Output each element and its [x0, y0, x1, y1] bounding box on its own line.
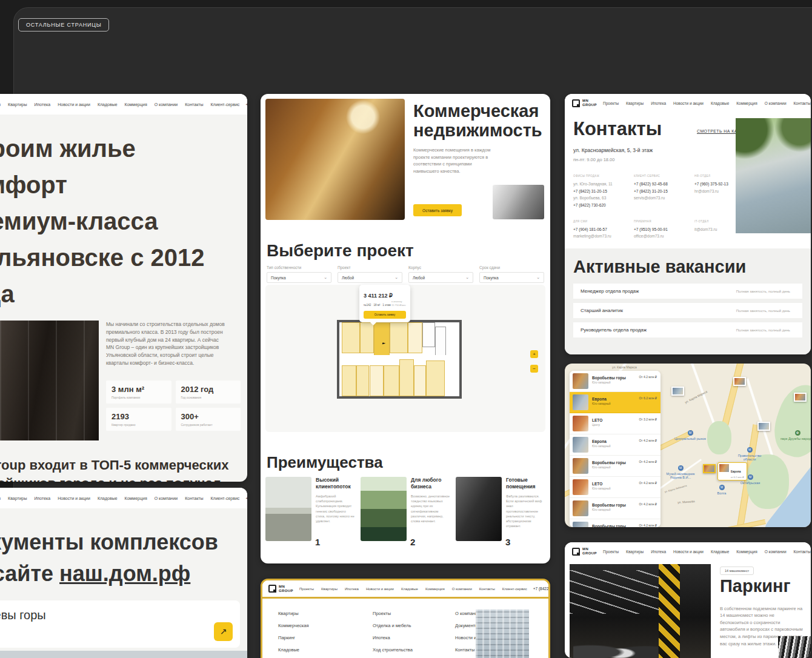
nav-item[interactable]: Новости и акции — [673, 550, 704, 554]
nav-item[interactable]: Ипотека — [345, 587, 359, 591]
poi-park[interactable]: ✿парк Дружбы народов — [779, 430, 811, 440]
nav-item[interactable]: Квартиры — [626, 550, 644, 554]
nav-item[interactable]: Квартиры — [321, 587, 338, 591]
tooltip-request-button[interactable]: Оставить заявку — [364, 311, 406, 319]
menu-link[interactable]: Ход строительства — [373, 647, 413, 653]
map-photo-marker[interactable] — [733, 377, 746, 386]
nav-item[interactable]: О компании — [765, 101, 787, 105]
nav-item[interactable]: Новости и акции — [58, 102, 90, 107]
project-list-item[interactable]: Воробьевы горыЮго-западный От 4.2 млн ₽ — [570, 371, 661, 392]
map-photo-marker[interactable] — [671, 387, 684, 396]
email-link[interactable]: marketing@dom73.ru — [573, 233, 634, 240]
email-link[interactable]: office@dom73.ru — [634, 233, 694, 240]
nav-item[interactable]: Ипотека — [651, 550, 666, 554]
phone-link[interactable]: +7 (960) 375-92-13 — [694, 181, 737, 188]
zoom-in-button[interactable]: + — [530, 350, 538, 358]
project-list-item[interactable]: LETOЦентр От 3.2 млн ₽ — [570, 413, 661, 434]
menu-link[interactable]: Кладовые — [278, 647, 309, 653]
menu-link[interactable]: Паркинг — [278, 635, 309, 640]
nav-item[interactable]: Новости и акции — [366, 587, 394, 591]
nav-item[interactable]: Кладовые — [98, 496, 118, 500]
menu-link[interactable]: Коммерческая — [278, 623, 309, 628]
vacancy-row[interactable]: Менеджер отдела продаж Полная занятость,… — [573, 284, 802, 299]
leave-request-button[interactable]: Оставить заявку — [413, 204, 462, 216]
nav-item[interactable]: Проекты — [603, 101, 619, 105]
nav-item[interactable]: Ипотека — [35, 496, 51, 500]
logo[interactable]: MNGROUP — [268, 585, 293, 593]
nav-item[interactable]: Контакты — [185, 496, 203, 500]
vacancy-row[interactable]: Старший аналитик Полная занятость, полны… — [573, 303, 802, 318]
project-list-item[interactable]: LETOЮго-западный От 4.2 млн ₽ — [570, 477, 661, 498]
nav-item[interactable]: Коммерция — [736, 101, 757, 105]
logo[interactable]: MNGROUP — [572, 547, 597, 555]
poi-volga[interactable]: МВолга — [704, 485, 740, 495]
nav-item[interactable]: О компании — [765, 550, 787, 554]
filter-select-ownership[interactable]: Покупка⌄ — [267, 272, 331, 283]
nav-item[interactable]: Ипотека — [35, 102, 51, 107]
project-list-item[interactable]: Воробьевы горыЮго-западный От 4.2 млн ₽ — [570, 456, 661, 477]
phone-link[interactable]: +7 (904) 181-06-57 — [573, 226, 634, 233]
project-list-item[interactable]: Воробьевы горыЮго-западный От 4.2 млн ₽ — [570, 498, 661, 519]
nav-item[interactable]: Квартиры — [626, 101, 644, 105]
email-link[interactable]: servis@dom73.ru — [634, 194, 694, 202]
menu-link[interactable]: Квартиры — [278, 611, 309, 616]
nav-item[interactable]: Клиент-сервис — [211, 102, 240, 107]
open-arrow-button[interactable]: ↗ — [214, 622, 233, 641]
phone-link[interactable]: +7 (8422) 730-620 — [573, 202, 634, 209]
nash-dom-link[interactable]: наш.дом.рф — [59, 561, 190, 586]
menu-link[interactable]: Ипотека — [373, 635, 413, 640]
email-link[interactable]: it@dom73.ru — [694, 226, 737, 233]
nav-item[interactable]: Коммерция — [125, 102, 147, 107]
menu-link[interactable]: Отделка и мебель — [373, 623, 413, 628]
nav-item[interactable]: Контакты — [479, 587, 495, 591]
map-photo-marker[interactable] — [757, 422, 770, 431]
map-photo-marker[interactable] — [794, 393, 807, 402]
filter-select-building[interactable]: Любой⌄ — [408, 272, 473, 283]
nav-item[interactable]: Клиент-сервис — [211, 496, 240, 500]
floor-plan[interactable] — [337, 320, 462, 399]
nav-item[interactable]: Клиент-сервис — [502, 587, 527, 591]
nav-item[interactable]: О компании — [155, 102, 178, 107]
nav-item[interactable]: Проекты — [603, 550, 619, 554]
nav-item[interactable]: Кладовые — [711, 550, 729, 554]
nav-item[interactable]: Кладовые — [401, 587, 418, 591]
header-phone[interactable]: +7 (8422) 31-20-15 — [245, 496, 247, 501]
poi-government[interactable]: МПравительство области — [731, 447, 768, 461]
phone-link[interactable]: +7 (8422) 31-20-15 — [634, 188, 694, 195]
complex-card[interactable]: Воробьевы горы ↗ — [0, 600, 240, 648]
nav-item[interactable]: Новости и акции — [673, 101, 704, 105]
nav-item[interactable]: О компании — [452, 587, 472, 591]
nav-item[interactable]: Коммерция — [125, 496, 147, 500]
poi-museum[interactable]: ММузей-заповедник Родина В.И... — [662, 465, 699, 479]
phone-link[interactable]: +7 (9510) 95-00-91 — [634, 226, 694, 233]
nav-item[interactable]: Проекты — [299, 587, 314, 591]
header-phone[interactable]: +7 (8422) 31-20-15 — [533, 587, 550, 591]
menu-link[interactable]: Проекты — [373, 611, 413, 616]
nav-item[interactable]: Контакты — [794, 550, 811, 554]
nav-item[interactable]: Коммерция — [736, 550, 757, 554]
vacancy-row[interactable]: Руководитель отдела продаж Полная занято… — [573, 322, 802, 337]
header-phone[interactable]: +7 (8422) 31-20-15 — [245, 102, 247, 107]
nav-item[interactable]: Ипотека — [651, 101, 666, 105]
zoom-out-button[interactable]: − — [530, 365, 538, 373]
nav-item[interactable]: Контакты — [185, 102, 203, 107]
nav-item[interactable]: Контакты — [794, 101, 811, 105]
map-tooltip[interactable]: Европаот 6.2 млн ₽ — [717, 462, 747, 480]
email-link[interactable]: hr@dom73.ru — [694, 188, 737, 195]
nav-item[interactable]: Коммерция — [425, 587, 445, 591]
nav-item[interactable]: Проекты — [0, 102, 1, 107]
phone-link[interactable]: +7 (8422) 92-45-68 — [634, 181, 694, 188]
nav-item[interactable]: Проекты — [0, 496, 1, 500]
project-list-item[interactable]: Воробьевы горыЮго-западный От 4.2 млн ₽ — [570, 519, 661, 527]
phone-link[interactable]: +7 (8422) 31-20-15 — [573, 188, 634, 195]
logo[interactable]: MNGROUP — [572, 99, 597, 107]
nav-item[interactable]: О компании — [155, 496, 178, 500]
project-list-item[interactable]: ЕвропаЮго-западный От 4.2 млн ₽ — [570, 434, 661, 456]
nav-item[interactable]: Квартиры — [8, 102, 27, 107]
nav-item[interactable]: Новости и акции — [58, 496, 90, 500]
project-list-item[interactable]: ЕвропаЮго-западный От 6.2 млн ₽ — [570, 392, 661, 413]
map-photo-marker-selected[interactable] — [703, 464, 716, 473]
nav-item[interactable]: Кладовые — [98, 102, 118, 107]
filter-select-deadline[interactable]: Покупка⌄ — [479, 272, 544, 283]
nav-item[interactable]: Кладовые — [711, 101, 729, 105]
